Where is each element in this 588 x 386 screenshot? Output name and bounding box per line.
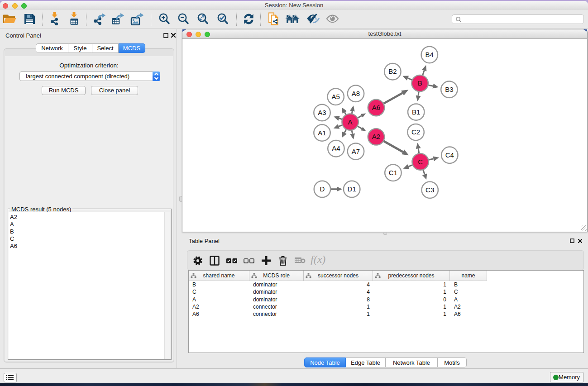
svg-text:A4: A4: [332, 144, 340, 152]
svg-text:C3: C3: [425, 186, 434, 194]
svg-text:B2: B2: [388, 67, 397, 75]
svg-text:B4: B4: [425, 51, 434, 58]
svg-text:A5: A5: [332, 93, 340, 100]
svg-text:B1: B1: [412, 108, 420, 116]
svg-text:B: B: [418, 79, 422, 87]
svg-text:A2: A2: [372, 133, 380, 140]
svg-text:C: C: [418, 158, 423, 166]
svg-text:A6: A6: [372, 104, 380, 111]
svg-text:B3: B3: [445, 86, 453, 93]
svg-text:A7: A7: [352, 148, 360, 155]
svg-text:A1: A1: [318, 129, 326, 137]
svg-text:D: D: [320, 185, 325, 193]
svg-text:C2: C2: [411, 128, 420, 136]
svg-text:A3: A3: [318, 109, 326, 116]
svg-text:C1: C1: [389, 169, 397, 176]
svg-text:C4: C4: [445, 151, 454, 159]
svg-text:A8: A8: [352, 90, 360, 97]
svg-text:D1: D1: [348, 185, 356, 193]
svg-text:A: A: [348, 118, 353, 126]
